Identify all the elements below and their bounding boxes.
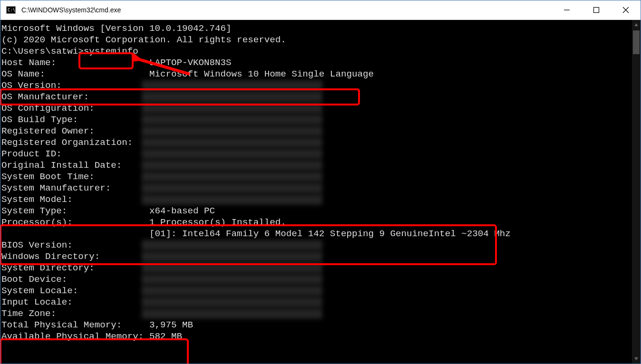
row-label: Windows Directory:	[1, 251, 149, 262]
systeminfo-row: Total Physical Memory: 3,975 MB	[1, 319, 632, 331]
row-label: Host Name:	[1, 57, 149, 68]
redacted-blur	[142, 149, 322, 159]
systeminfo-row: [01]: Intel64 Family 6 Model 142 Steppin…	[1, 228, 632, 239]
row-label: Processor(s):	[1, 217, 149, 228]
systeminfo-row: OS Version:	[1, 80, 632, 91]
row-value: 582 MB	[149, 331, 182, 342]
scroll-up-icon[interactable]	[632, 20, 641, 29]
titlebar[interactable]: C:\. C:\WINDOWS\system32\cmd.exe	[0, 0, 641, 20]
close-button[interactable]	[611, 0, 641, 19]
row-label: Boot Device:	[1, 274, 149, 285]
systeminfo-row: Time Zone:	[1, 308, 632, 319]
minimize-button[interactable]	[552, 0, 582, 19]
systeminfo-row: OS Name: Microsoft Windows 10 Home Singl…	[1, 68, 632, 80]
row-value: [01]: Intel64 Family 6 Model 142 Steppin…	[149, 229, 511, 239]
redacted-blur	[142, 240, 322, 250]
redacted-blur	[142, 308, 322, 319]
systeminfo-row: OS Manufacturer:	[1, 91, 632, 103]
systeminfo-row: Available Physical Memory: 582 MB	[1, 331, 632, 342]
systeminfo-row: Windows Directory:	[1, 251, 632, 262]
row-label: BIOS Version:	[1, 240, 149, 250]
row-value: LAPTOP-VKON8N3S	[149, 57, 232, 68]
redacted-blur	[142, 80, 322, 91]
redacted-blur	[142, 160, 322, 171]
row-label: Registered Owner:	[1, 126, 149, 136]
redacted-blur	[142, 115, 322, 125]
svg-marker-7	[634, 357, 638, 360]
row-value: x64-based PC	[149, 206, 215, 216]
cmd-window: C:\. C:\WINDOWS\system32\cmd.exe Microso…	[0, 0, 641, 364]
systeminfo-row: Original Install Date:	[1, 160, 632, 171]
scroll-down-icon[interactable]	[632, 354, 641, 364]
console-header-line: (c) 2020 Microsoft Corporation. All righ…	[1, 34, 632, 46]
systeminfo-row: System Type: x64-based PC	[1, 205, 632, 217]
svg-marker-6	[634, 23, 638, 26]
row-label: Total Physical Memory:	[1, 320, 149, 330]
systeminfo-row: OS Build Type:	[1, 114, 632, 125]
prompt-command: systeminfo	[84, 46, 138, 57]
redacted-blur	[142, 274, 322, 285]
row-label: System Boot Time:	[1, 172, 149, 182]
row-label: System Directory:	[1, 263, 149, 273]
systeminfo-row: Boot Device:	[1, 274, 632, 285]
row-label: Original Install Date:	[1, 160, 149, 171]
systeminfo-row: BIOS Version:	[1, 239, 632, 251]
scrollbar[interactable]	[632, 20, 641, 364]
row-label: OS Version:	[1, 80, 149, 91]
console-area[interactable]: Microsoft Windows [Version 10.0.19042.74…	[0, 20, 641, 364]
redacted-blur	[142, 183, 322, 193]
redacted-blur	[142, 137, 322, 148]
console-header-line: Microsoft Windows [Version 10.0.19042.74…	[1, 23, 632, 34]
row-label: Input Locale:	[1, 297, 149, 307]
systeminfo-row: Processor(s): 1 Processor(s) Installed.	[1, 217, 632, 228]
systeminfo-row: System Manufacturer:	[1, 182, 632, 194]
systeminfo-row: Input Locale:	[1, 297, 632, 308]
redacted-blur	[142, 251, 322, 262]
row-label: Product ID:	[1, 149, 149, 159]
row-value: 1 Processor(s) Installed.	[149, 217, 286, 228]
redacted-blur	[142, 194, 322, 205]
row-label: Available Physical Memory:	[1, 331, 149, 342]
row-label: Registered Organization:	[1, 137, 149, 148]
row-value: Microsoft Windows 10 Home Single Languag…	[149, 69, 374, 79]
systeminfo-row: Registered Organization:	[1, 137, 632, 148]
systeminfo-row: Registered Owner:	[1, 125, 632, 137]
console-prompt-line: C:\Users\satwi>systeminfo	[1, 46, 632, 57]
systeminfo-row: Product ID:	[1, 148, 632, 160]
row-label: System Manufacturer:	[1, 183, 149, 193]
redacted-blur	[142, 297, 322, 307]
systeminfo-row: System Model:	[1, 194, 632, 205]
row-label: OS Name:	[1, 69, 149, 79]
svg-rect-1	[594, 8, 599, 13]
redacted-blur	[142, 286, 322, 296]
prompt-path: C:\Users\satwi>	[1, 46, 84, 57]
redacted-blur	[142, 126, 322, 136]
scroll-thumb[interactable]	[633, 30, 640, 54]
redacted-blur	[142, 263, 322, 273]
redacted-blur	[142, 92, 322, 102]
window-title: C:\WINDOWS\system32\cmd.exe	[19, 6, 552, 14]
row-label: System Model:	[1, 194, 149, 205]
systeminfo-row: System Locale:	[1, 285, 632, 297]
row-value: 3,975 MB	[149, 320, 193, 330]
row-label: System Type:	[1, 206, 149, 216]
row-label: OS Manufacturer:	[1, 92, 149, 102]
row-label	[1, 229, 149, 239]
redacted-blur	[142, 172, 322, 182]
row-label: OS Configuration:	[1, 103, 149, 114]
cmd-icon: C:\.	[0, 6, 19, 14]
systeminfo-row: OS Configuration:	[1, 103, 632, 114]
row-label: Time Zone:	[1, 308, 149, 319]
row-label: OS Build Type:	[1, 115, 149, 125]
maximize-button[interactable]	[582, 0, 611, 19]
systeminfo-row: Host Name: LAPTOP-VKON8N3S	[1, 57, 632, 68]
row-label: System Locale:	[1, 286, 149, 296]
systeminfo-row: System Directory:	[1, 262, 632, 274]
redacted-blur	[142, 103, 322, 114]
systeminfo-row: System Boot Time:	[1, 171, 632, 182]
